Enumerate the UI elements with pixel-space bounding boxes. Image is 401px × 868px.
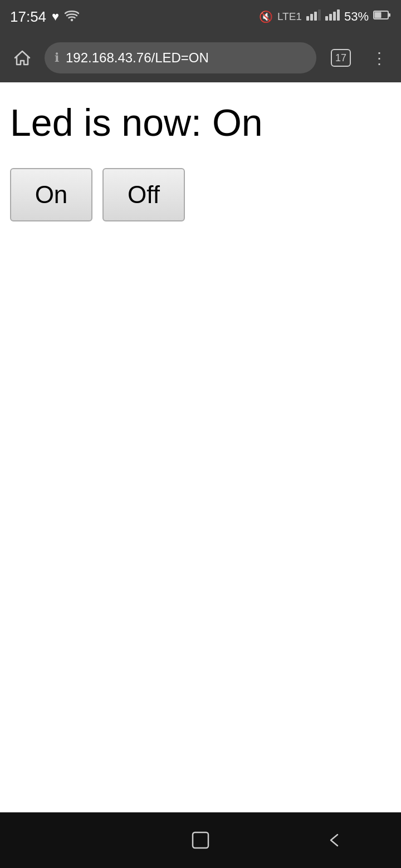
browser-bar: ℹ 192.168.43.76/LED=ON 17 ⋮ — [0, 33, 401, 82]
signal2-icon — [325, 9, 340, 24]
svg-rect-12 — [193, 832, 208, 848]
svg-rect-11 — [375, 12, 382, 18]
home-nav-button[interactable] — [178, 823, 223, 857]
address-bar[interactable]: ℹ 192.168.43.76/LED=ON — [45, 42, 316, 73]
signal-icon — [306, 9, 321, 24]
svg-rect-7 — [333, 12, 336, 21]
back-button[interactable] — [312, 823, 356, 857]
svg-rect-4 — [318, 9, 321, 21]
svg-rect-1 — [306, 16, 309, 21]
svg-rect-8 — [337, 9, 340, 21]
bottom-nav-bar — [0, 812, 401, 868]
svg-point-0 — [71, 18, 73, 21]
svg-rect-10 — [388, 13, 390, 17]
wifi-icon — [65, 8, 79, 26]
recents-button[interactable] — [45, 823, 89, 857]
heart-icon: ♥ — [52, 9, 59, 24]
back-icon — [324, 830, 344, 850]
battery-percent: 53% — [344, 9, 369, 24]
home-button[interactable] — [9, 45, 36, 71]
svg-rect-5 — [325, 16, 328, 21]
led-off-button[interactable]: Off — [102, 168, 185, 221]
status-bar-left: 17:54 ♥ — [10, 8, 79, 26]
home-nav-icon — [190, 830, 211, 850]
time-display: 17:54 — [10, 8, 46, 26]
led-status-heading: Led is now: On — [10, 100, 391, 146]
info-icon: ℹ — [55, 51, 59, 65]
url-display: 192.168.43.76/LED=ON — [66, 50, 209, 66]
svg-rect-6 — [329, 14, 332, 21]
svg-rect-2 — [310, 14, 313, 21]
battery-icon — [373, 9, 391, 24]
led-on-button[interactable]: On — [10, 168, 92, 221]
more-menu-button[interactable]: ⋮ — [365, 45, 392, 71]
status-bar-right: 🔇 LTE1 53% — [259, 9, 391, 24]
lte-label: LTE1 — [277, 11, 302, 23]
tab-switcher-button[interactable]: 17 — [325, 45, 356, 71]
page-content: Led is now: On On Off — [0, 82, 401, 812]
mute-icon: 🔇 — [259, 10, 273, 23]
tab-count: 17 — [331, 49, 351, 67]
status-bar: 17:54 ♥ 🔇 LTE1 — [0, 0, 401, 33]
led-button-row: On Off — [10, 168, 391, 221]
svg-rect-3 — [314, 12, 317, 21]
